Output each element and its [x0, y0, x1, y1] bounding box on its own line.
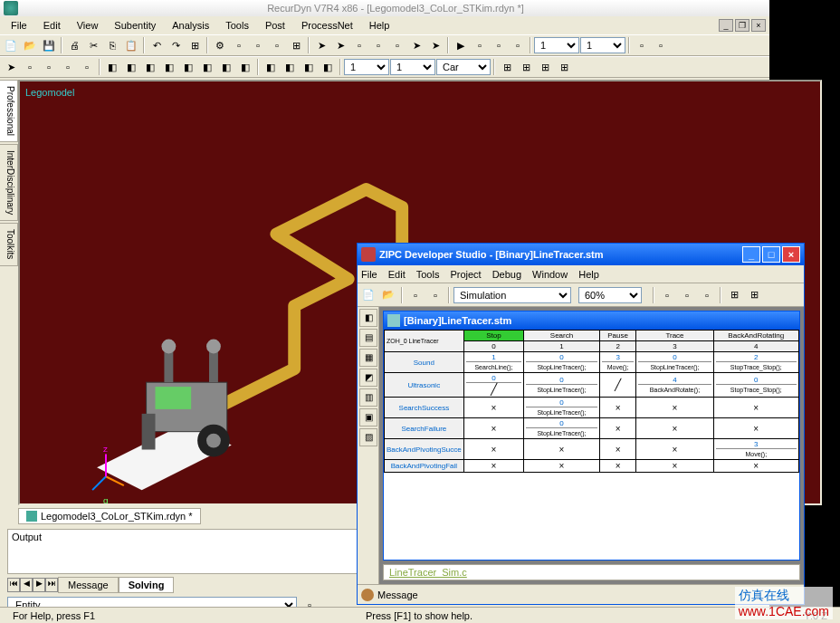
- stm-cell-4-0[interactable]: ×: [463, 439, 523, 460]
- zipc-tool-2[interactable]: [426, 286, 444, 304]
- toolbar1-combo-1[interactable]: 1: [534, 37, 579, 53]
- tool-button-2[interactable]: [249, 36, 267, 54]
- rotate-button[interactable]: [59, 58, 77, 76]
- zipc-window[interactable]: ZIPC Developer Studio - [Binary]LineTrac…: [357, 243, 805, 605]
- pan-button[interactable]: [40, 58, 58, 76]
- zipc-menu-debug[interactable]: Debug: [492, 269, 521, 280]
- zipc-simulation-combo[interactable]: Simulation: [453, 287, 571, 303]
- output-nav-prev[interactable]: ◀: [20, 578, 33, 592]
- stm-cell-2-1[interactable]: 0StopLineTracer();: [524, 398, 600, 418]
- view-button-2[interactable]: [517, 58, 535, 76]
- zipc-minimize-button[interactable]: _: [742, 246, 760, 263]
- zipc-tool-6[interactable]: [725, 286, 743, 304]
- shape-button-3[interactable]: [141, 58, 159, 76]
- stm-cell-2-4[interactable]: ×: [713, 398, 798, 418]
- shape-button-11[interactable]: [300, 58, 318, 76]
- stm-cell-2-2[interactable]: ×: [599, 398, 636, 418]
- zipc-tool-1[interactable]: [406, 286, 425, 304]
- menu-post[interactable]: Post: [258, 18, 292, 33]
- stm-child-window[interactable]: [Binary]LineTracer.stm ZOH_0 LineTracer …: [383, 311, 800, 561]
- tool-button-4[interactable]: [287, 36, 305, 54]
- zipc-zoom-combo[interactable]: 60%: [578, 287, 642, 303]
- tool-button-14[interactable]: [509, 36, 527, 54]
- stm-cell-0-1[interactable]: 0StopLineTracer();: [524, 352, 600, 373]
- sim-c-tab[interactable]: LineTracer_Sim.c: [383, 564, 800, 580]
- left-tab-interdisciplinary[interactable]: InterDisciplinary: [0, 144, 18, 221]
- menu-analysis[interactable]: Analysis: [165, 18, 216, 33]
- tool-button-8[interactable]: [369, 36, 387, 54]
- shape-button-9[interactable]: [262, 58, 280, 76]
- zipc-tool-4[interactable]: [678, 286, 696, 304]
- stm-cell-3-2[interactable]: ×: [599, 418, 636, 439]
- output-nav-first[interactable]: ⏮: [7, 578, 20, 592]
- zoom-button[interactable]: [21, 58, 39, 76]
- zipc-message-label[interactable]: Message: [377, 589, 418, 600]
- stm-cell-5-0[interactable]: ×: [463, 460, 523, 473]
- menu-subentity[interactable]: Subentity: [107, 18, 163, 33]
- stm-cell-3-3[interactable]: ×: [636, 418, 713, 439]
- shape-button-1[interactable]: [103, 58, 121, 76]
- stm-col-stop[interactable]: Stop: [463, 331, 523, 341]
- stm-cell-1-3[interactable]: 4BackAndRotate();: [636, 373, 713, 398]
- stm-cell-3-1[interactable]: 0StopLineTracer();: [524, 418, 600, 439]
- stm-col-backrotating[interactable]: BackAndRotating: [713, 331, 798, 341]
- zipc-tool-5[interactable]: [698, 286, 716, 304]
- mdi-close-button[interactable]: ×: [751, 19, 766, 32]
- stm-cell-0-0[interactable]: 1SearchLine();: [463, 352, 523, 373]
- left-tab-professional[interactable]: Professional: [0, 80, 18, 142]
- stm-cell-4-3[interactable]: ×: [636, 439, 713, 460]
- stm-cell-0-2[interactable]: 3Move();: [599, 352, 636, 373]
- tool-button-13[interactable]: [490, 36, 508, 54]
- output-nav-last[interactable]: ⏭: [45, 578, 58, 592]
- zipc-tool-7[interactable]: [745, 286, 763, 304]
- output-tab-solving[interactable]: Solving: [119, 577, 175, 593]
- paste-button[interactable]: [122, 36, 140, 54]
- stm-cell-2-0[interactable]: ×: [463, 398, 523, 418]
- stm-cell-4-1[interactable]: ×: [524, 439, 600, 460]
- stm-col-search[interactable]: Search: [524, 331, 600, 341]
- shape-button-7[interactable]: [217, 58, 235, 76]
- output-nav-next[interactable]: ▶: [33, 578, 45, 592]
- shape-button-12[interactable]: [319, 58, 337, 76]
- tool-button-5[interactable]: [312, 36, 330, 54]
- stm-cell-3-4[interactable]: ×: [713, 418, 798, 439]
- zipc-new-button[interactable]: [359, 286, 377, 304]
- cut-button[interactable]: [84, 36, 102, 54]
- shape-button-5[interactable]: [179, 58, 197, 76]
- menu-file[interactable]: File: [4, 18, 34, 33]
- zipc-vtool-4[interactable]: ◩: [359, 369, 377, 387]
- mdi-restore-button[interactable]: ❐: [735, 19, 749, 32]
- menu-tools[interactable]: Tools: [218, 18, 256, 33]
- tool-button-7[interactable]: [350, 36, 368, 54]
- stm-cell-4-4[interactable]: 3Move();: [713, 439, 798, 460]
- tool-button-9[interactable]: [388, 36, 406, 54]
- stm-col-trace[interactable]: Trace: [636, 331, 713, 341]
- tool-button-1[interactable]: [230, 36, 248, 54]
- toolbar1-combo-2[interactable]: 1: [580, 37, 625, 53]
- stm-row-5[interactable]: BackAndPivotingFail: [385, 460, 464, 473]
- tool-button-15[interactable]: [633, 36, 651, 54]
- save-button[interactable]: [40, 36, 58, 54]
- mdi-minimize-button[interactable]: _: [719, 19, 733, 32]
- menu-processnet[interactable]: ProcessNet: [294, 18, 360, 33]
- stm-cell-5-1[interactable]: ×: [524, 460, 600, 473]
- left-tab-toolkits[interactable]: Toolkits: [0, 223, 18, 265]
- redo-button[interactable]: [167, 36, 185, 54]
- tool-button-10[interactable]: [407, 36, 425, 54]
- stm-cell-1-2[interactable]: ╱: [599, 373, 636, 398]
- tool-button-16[interactable]: [652, 36, 670, 54]
- stm-cell-0-3[interactable]: 0StopLineTracer();: [636, 352, 713, 373]
- shape-button-8[interactable]: [236, 58, 254, 76]
- shape-button-4[interactable]: [160, 58, 178, 76]
- output-tab-message[interactable]: Message: [58, 577, 119, 593]
- zipc-vtool-3[interactable]: ▦: [359, 349, 377, 367]
- toolbar2-combo-1[interactable]: 1: [344, 59, 389, 75]
- fit-button[interactable]: [78, 58, 96, 76]
- zipc-vtool-5[interactable]: ▥: [359, 388, 377, 407]
- stm-cell-5-4[interactable]: ×: [713, 460, 798, 473]
- zipc-vtool-2[interactable]: ▤: [359, 329, 377, 347]
- stm-cell-1-0[interactable]: 0╱: [463, 373, 523, 398]
- run-button[interactable]: [452, 36, 470, 54]
- stm-cell-1-4[interactable]: 0StopTrace_Stop();: [713, 373, 798, 398]
- menu-view[interactable]: View: [70, 18, 106, 33]
